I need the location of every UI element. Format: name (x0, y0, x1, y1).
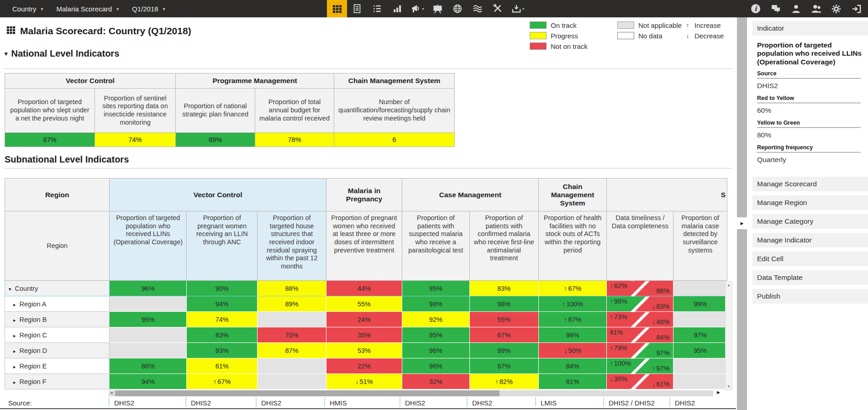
score-cell[interactable] (673, 358, 727, 374)
score-cell[interactable]: 55% (326, 296, 402, 312)
score-cell-split[interactable]: ↑73%↓48% (607, 312, 673, 327)
score-cell[interactable]: 67% (469, 327, 538, 343)
score-cell[interactable] (258, 374, 326, 389)
score-cell[interactable]: 96% (402, 358, 469, 374)
score-cell[interactable]: 98% (469, 296, 538, 312)
score-cell[interactable]: 83% (469, 281, 538, 296)
score-cell[interactable] (258, 358, 326, 374)
score-cell[interactable]: 78% (255, 133, 334, 147)
score-cell[interactable]: 70% (258, 327, 326, 343)
score-cell[interactable]: ↓50% (538, 343, 607, 358)
menu-item-manage-indicator[interactable]: Manage Indicator (752, 233, 868, 247)
menu-item-data-template[interactable]: Data Template (752, 270, 868, 285)
score-cell[interactable]: ↑67% (538, 281, 607, 296)
collapse-caret-icon[interactable]: ▾ (5, 50, 8, 57)
megaphone-icon[interactable]: ▾ (407, 0, 427, 17)
score-cell[interactable]: 95% (110, 312, 187, 327)
score-cell[interactable]: 55% (469, 312, 538, 327)
score-cell-split[interactable]: ↑62%88% (607, 281, 673, 296)
score-cell[interactable]: 99% (469, 343, 538, 358)
score-cell[interactable] (673, 312, 727, 327)
row-label-country[interactable]: ▾Country (5, 281, 110, 296)
menu-item-publish[interactable]: Publish (752, 289, 868, 304)
score-cell[interactable]: 24% (326, 312, 402, 327)
score-cell[interactable]: 84% (538, 358, 607, 374)
score-cell[interactable]: 88% (110, 358, 187, 374)
score-cell[interactable]: 92% (402, 312, 469, 327)
score-cell[interactable]: 53% (326, 343, 402, 358)
score-cell[interactable]: 74% (187, 312, 258, 327)
score-cell[interactable] (258, 312, 326, 327)
list-icon[interactable] (367, 0, 387, 17)
caret-right-icon[interactable]: ▸ (13, 364, 16, 369)
score-cell[interactable]: 6 (334, 133, 455, 147)
score-cell[interactable]: 90% (187, 281, 258, 296)
score-cell-split[interactable]: ↑79%97% (607, 343, 673, 358)
score-cell[interactable]: 96% (402, 343, 469, 358)
bar-chart-icon[interactable] (387, 0, 407, 17)
score-cell[interactable]: ↑82% (469, 374, 538, 389)
score-cell-split[interactable]: ↓35%↓61% (607, 374, 673, 389)
score-cell[interactable] (110, 296, 187, 312)
panel-expand-arrow[interactable]: ► (736, 217, 747, 229)
download-icon[interactable]: ▾ (508, 0, 528, 17)
presentation-icon[interactable] (427, 0, 447, 17)
settings-icon[interactable] (826, 0, 846, 17)
document-icon[interactable] (347, 0, 367, 17)
scrollbar-thumb[interactable] (115, 390, 500, 396)
score-cell-split[interactable]: 81%84% (607, 327, 673, 343)
vertical-scrollbar[interactable]: ▲ ▼ (725, 281, 732, 390)
waves-icon[interactable] (468, 0, 488, 17)
tools-icon[interactable] (488, 0, 508, 17)
users-icon[interactable] (806, 0, 826, 17)
score-cell[interactable]: 35% (326, 327, 402, 343)
scroll-down-icon[interactable]: ▼ (726, 384, 732, 389)
score-cell[interactable]: ↑67% (187, 374, 258, 389)
score-cell[interactable]: 87% (258, 343, 326, 358)
score-cell[interactable] (110, 327, 187, 343)
caret-down-icon[interactable]: ▾ (9, 286, 11, 292)
score-cell[interactable]: 32% (402, 374, 469, 389)
score-cell[interactable]: 97% (469, 358, 538, 374)
score-cell[interactable]: 44% (326, 281, 402, 296)
row-label-region-b[interactable]: ▸Region B (5, 312, 110, 327)
score-cell[interactable]: 99% (673, 296, 727, 312)
row-label-region-c[interactable]: ▸Region C (5, 327, 110, 343)
info-icon[interactable]: i (746, 0, 766, 17)
score-cell[interactable]: 89% (258, 296, 326, 312)
user-icon[interactable] (786, 0, 806, 17)
score-cell[interactable]: 94% (187, 296, 258, 312)
score-cell[interactable]: 94% (110, 374, 187, 389)
caret-right-icon[interactable]: ▸ (13, 348, 16, 354)
scroll-right-icon[interactable]: ► (716, 389, 721, 395)
score-cell[interactable] (110, 343, 187, 358)
table-grid-icon[interactable] (327, 0, 347, 17)
score-cell[interactable]: 61% (187, 358, 258, 374)
menu-item-manage-category[interactable]: Manage Category (752, 214, 868, 229)
topbar-dropdown-country[interactable]: Country▼ (12, 5, 44, 13)
caret-right-icon[interactable]: ▸ (13, 379, 16, 385)
score-cell[interactable]: 95% (673, 343, 727, 358)
topbar-dropdown-malaria-scorecard[interactable]: Malaria Scorecard▼ (56, 5, 120, 13)
menu-item-manage-scorecard[interactable]: Manage Scorecard (752, 177, 868, 191)
topbar-dropdown-q1-2018[interactable]: Q1/2018▼ (132, 5, 166, 13)
score-cell-split[interactable]: ↑98%↓83% (607, 296, 673, 312)
score-cell[interactable]: 98% (538, 327, 607, 343)
score-cell-split[interactable]: ↑100%↑97% (607, 358, 673, 374)
score-cell[interactable]: 83% (187, 327, 258, 343)
score-cell[interactable]: 93% (187, 343, 258, 358)
score-cell[interactable]: 74% (95, 133, 176, 147)
score-cell[interactable]: 95% (402, 327, 469, 343)
menu-item-edit-cell[interactable]: Edit Cell (752, 252, 868, 266)
caret-right-icon[interactable]: ▸ (13, 302, 16, 307)
globe-icon[interactable] (447, 0, 468, 17)
scroll-left-icon[interactable]: ◄ (110, 391, 113, 395)
logout-icon[interactable] (846, 0, 866, 17)
panel-scroll-strip[interactable] (737, 17, 747, 410)
score-cell[interactable]: ↑87% (538, 312, 607, 327)
score-cell[interactable]: 98% (402, 296, 469, 312)
menu-item-manage-region[interactable]: Manage Region (752, 195, 868, 210)
score-cell[interactable]: 96% (110, 281, 187, 296)
score-cell[interactable]: 22% (326, 358, 402, 374)
score-cell[interactable]: 95% (402, 281, 469, 296)
